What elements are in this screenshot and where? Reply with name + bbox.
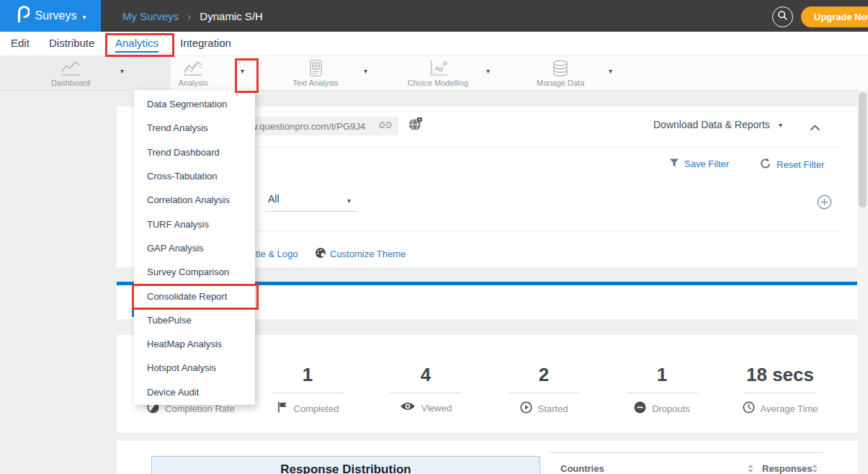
add-filter-button[interactable] (817, 194, 832, 213)
clock-icon (743, 401, 755, 416)
menu-item-trend-analysis[interactable]: Trend Analysis (134, 116, 255, 140)
divider (508, 393, 580, 393)
sort-icon[interactable] (812, 465, 818, 473)
play-circle-icon (520, 401, 532, 416)
menu-item-hotspot-analysis[interactable]: Hotspot Analysis (134, 356, 255, 380)
vertical-scrollbar[interactable] (857, 90, 868, 474)
survey-url-text: w.questionpro.com/t/PG9J4 (251, 121, 378, 132)
divider (744, 393, 816, 393)
chevron-down-icon[interactable]: ▾ (364, 67, 367, 75)
responses-column-header[interactable]: Responses (762, 463, 812, 474)
reset-icon (760, 158, 771, 171)
product-switcher[interactable]: Surveys ▾ (0, 0, 101, 32)
divider (272, 393, 344, 393)
chevron-down-icon: ▾ (779, 121, 782, 129)
stat-value: 4 (372, 364, 480, 386)
response-distribution-panel: Response Distribution (151, 456, 540, 474)
menu-item-correlation-analysis[interactable]: Correlation Analysis (134, 188, 255, 212)
menu-item-data-segmentation[interactable]: Data Segmentation (134, 92, 255, 116)
download-data-reports-dropdown[interactable]: Download Data & Reports ▾ (653, 119, 782, 130)
database-icon (499, 59, 622, 79)
stat-value: 1 (608, 364, 716, 386)
survey-title-logo-link[interactable]: itle & Logo (254, 249, 297, 259)
filter-select[interactable]: All ▾ (265, 189, 357, 212)
response-distribution-title: Response Distribution (152, 462, 540, 474)
tab-integration[interactable]: Integration (180, 37, 231, 49)
customize-theme-link[interactable]: Customize Theme (330, 249, 406, 259)
chevron-down-icon[interactable]: ▾ (241, 67, 244, 75)
menu-item-heatmap-analysis[interactable]: HeatMap Analysis (134, 332, 255, 356)
questionpro-analytics-screen: Surveys ▾ My Surveys › Dynamic S/H Upgra… (0, 0, 868, 474)
questionpro-logo-icon (15, 5, 30, 27)
menu-item-turf-analysis[interactable]: TURF Analysis (134, 212, 255, 236)
collapse-panel-button[interactable] (810, 121, 820, 134)
scatter-line-icon (377, 59, 499, 78)
chevron-down-icon[interactable]: ▾ (120, 67, 124, 75)
download-data-reports-label: Download Data & Reports (653, 119, 770, 130)
copy-link-icon[interactable] (378, 120, 393, 133)
tab-analytics[interactable]: Analytics (115, 37, 158, 53)
breadcrumb-separator: › (187, 10, 191, 22)
palette-icon (315, 247, 326, 261)
stat-value: 18 secs (726, 364, 834, 386)
search-icon (777, 10, 788, 24)
minus-circle-icon (634, 401, 646, 416)
menu-item-cross-tabulation[interactable]: Cross-Tabulation (134, 164, 255, 188)
toolbar-item-choice-modelling[interactable]: Choice Modelling (377, 56, 499, 90)
menu-item-survey-comparison[interactable]: Survey Comparison (134, 260, 255, 284)
analytics-toolbar: Dashboard ▾ Analysis ▾ Text Analysis ▾ C… (0, 56, 868, 91)
globe-lock-icon[interactable] (408, 116, 424, 135)
analysis-dropdown-menu: Data Segmentation Trend Analysis Trend D… (134, 90, 255, 405)
menu-item-consolidate-report[interactable]: Consolidate Report (134, 284, 255, 308)
filter-select-value: All (268, 193, 279, 205)
breadcrumb-my-surveys[interactable]: My Surveys (122, 10, 179, 22)
menu-item-gap-analysis[interactable]: GAP Analysis (134, 236, 255, 260)
survey-url-field[interactable]: w.questionpro.com/t/PG9J4 (245, 117, 398, 135)
save-filter-button[interactable]: Save Filter (669, 158, 729, 170)
toolbar-item-manage-data[interactable]: Manage Data (499, 56, 622, 90)
survey-tabs: Edit Distribute Analytics Integration (0, 32, 868, 56)
menu-item-device-audit[interactable]: Device Audit (134, 380, 255, 404)
breadcrumb-current-survey: Dynamic S/H (200, 10, 263, 22)
tab-edit[interactable]: Edit (11, 37, 30, 49)
chevron-down-icon: ▾ (347, 197, 351, 205)
reset-filter-button[interactable]: Reset Filter (760, 158, 824, 171)
multi-line-chart-icon (132, 59, 254, 78)
sort-icon[interactable] (748, 465, 753, 473)
flag-icon (277, 401, 288, 416)
upgrade-now-button[interactable]: Upgrade Now (801, 6, 868, 27)
scrollbar-thumb[interactable] (859, 92, 867, 207)
top-bar: Surveys ▾ My Surveys › Dynamic S/H Upgra… (0, 0, 868, 32)
document-grid-icon (254, 59, 377, 78)
funnel-icon (669, 158, 679, 170)
chevron-down-icon[interactable]: ▾ (609, 67, 612, 75)
divider (390, 393, 462, 393)
chevron-down-icon: ▾ (82, 13, 86, 21)
countries-column-header[interactable]: Countries (560, 463, 604, 474)
save-filter-label: Save Filter (684, 158, 729, 169)
stat-value: 2 (490, 364, 598, 386)
search-button[interactable] (772, 6, 793, 27)
menu-item-trend-dashboard[interactable]: Trend Dashboard (134, 140, 255, 164)
divider (626, 393, 698, 393)
bottom-widgets-band: Response Distribution Countries Response… (117, 441, 857, 474)
menu-item-tubepulse[interactable]: TubePulse (134, 308, 255, 332)
reset-filter-label: Reset Filter (777, 159, 824, 170)
toolbar-item-analysis[interactable]: Analysis (132, 56, 254, 90)
breadcrumb: My Surveys › Dynamic S/H (122, 0, 263, 32)
chevron-down-icon[interactable]: ▾ (486, 67, 490, 75)
countries-table: Countries Responses (550, 452, 823, 474)
toolbar-item-dashboard[interactable]: Dashboard (9, 56, 132, 90)
toolbar-item-text-analysis[interactable]: Text Analysis (254, 56, 377, 90)
eye-icon (400, 401, 416, 414)
surveys-menu-label: Surveys (35, 9, 77, 22)
line-chart-icon (9, 59, 132, 78)
stat-value: 1 (254, 364, 362, 386)
tab-distribute[interactable]: Distribute (49, 37, 94, 49)
